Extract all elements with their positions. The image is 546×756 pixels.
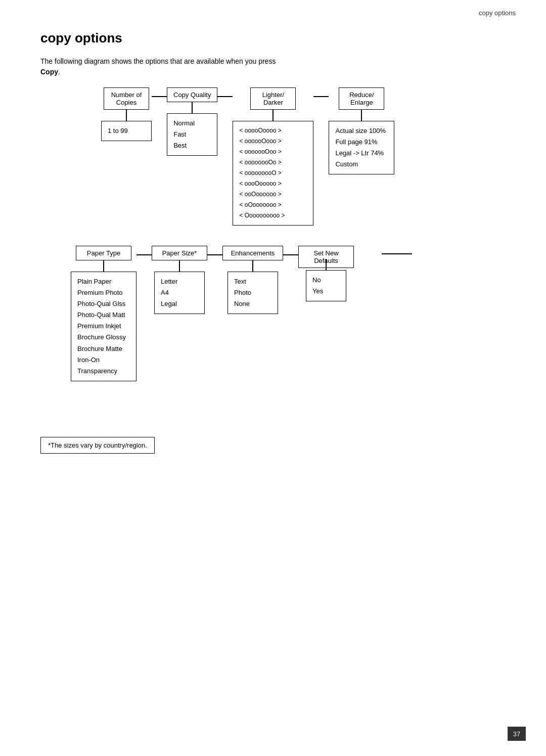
- vert-connector-1: [126, 110, 127, 121]
- intro-period: .: [58, 68, 60, 76]
- box-paper-size: Paper Size*: [152, 246, 207, 260]
- box-enhancements: Enhancements: [222, 246, 283, 260]
- box-lighter-darker: Lighter/ Darker: [250, 87, 296, 110]
- col-paper-type: Paper Type Plain Paper Premium Photo Pho…: [71, 246, 136, 381]
- h-connector-1: [152, 96, 167, 97]
- col-set-new-defaults: Set New Defaults No Yes: [298, 246, 354, 301]
- intro-bold: Copy: [40, 68, 58, 76]
- values-reduce-enlarge: Actual size 100% Full page 91% Legal -> …: [329, 121, 394, 174]
- footnote-box: *The sizes vary by country/region.: [40, 437, 155, 454]
- values-lighter-darker: < ooooOoooo > < oooooOooo > < ooooooOoo …: [233, 121, 313, 226]
- bottom-diagram: Paper Type Plain Paper Premium Photo Pho…: [40, 246, 506, 381]
- values-copy-quality: Normal Fast Best: [167, 113, 217, 156]
- footnote-area: *The sizes vary by country/region.: [40, 407, 506, 454]
- h-connector-5: [207, 254, 222, 255]
- values-paper-size: Letter A4 Legal: [154, 272, 205, 314]
- col-number-of-copies: Number of Copies 1 to 99: [101, 87, 152, 141]
- values-enhancements: Text Photo None: [228, 272, 278, 314]
- box-reduce-enlarge: Reduce/ Enlarge: [339, 87, 384, 110]
- vert-connector-6: [179, 260, 180, 272]
- h-connector-4: [136, 254, 152, 255]
- vert-connector-3: [272, 110, 274, 121]
- vert-connector-7: [252, 260, 253, 272]
- h-connector-2: [217, 96, 233, 97]
- values-set-new-defaults: No Yes: [306, 270, 346, 301]
- box-number-of-copies: Number of Copies: [104, 87, 149, 110]
- vert-connector-5: [103, 260, 104, 272]
- intro-paragraph: The following diagram shows the options …: [40, 56, 506, 77]
- extra-h-line: [382, 253, 412, 254]
- top-diagram: Number of Copies 1 to 99 Copy Quality No…: [40, 87, 506, 226]
- col-paper-size: Paper Size* Letter A4 Legal: [152, 246, 207, 314]
- vert-connector-2: [192, 102, 193, 113]
- box-paper-type: Paper Type: [76, 246, 131, 260]
- vert-connector-8: [326, 259, 327, 270]
- h-connector-3: [313, 96, 329, 97]
- col-enhancements: Enhancements Text Photo None: [222, 246, 283, 314]
- box-copy-quality: Copy Quality: [167, 87, 217, 102]
- values-number-of-copies: 1 to 99: [101, 121, 152, 141]
- values-paper-type: Plain Paper Premium Photo Photo-Qual Gls…: [71, 272, 136, 381]
- intro-text: The following diagram shows the options …: [40, 57, 276, 65]
- col-reduce-enlarge: Reduce/ Enlarge Actual size 100% Full pa…: [329, 87, 394, 174]
- h-connector-6: [283, 254, 298, 255]
- col-copy-quality: Copy Quality Normal Fast Best: [167, 87, 217, 156]
- page-number: 37: [508, 727, 526, 741]
- header-title: copy options: [479, 9, 516, 17]
- page-title: copy options: [40, 30, 506, 46]
- vert-connector-4: [361, 110, 362, 121]
- col-lighter-darker: Lighter/ Darker < ooooOoooo > < oooooOoo…: [233, 87, 313, 226]
